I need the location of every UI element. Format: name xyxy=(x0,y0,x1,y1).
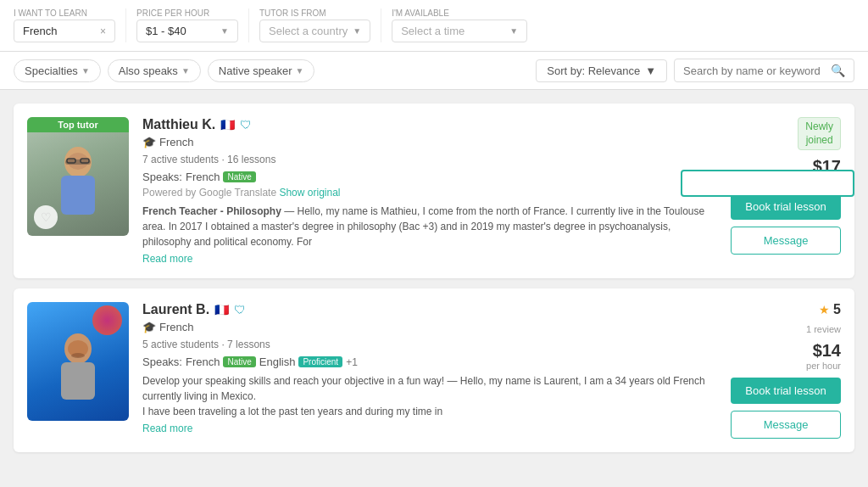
grad-icon: 🎓 xyxy=(142,321,156,333)
native-badge-1: Native xyxy=(223,356,255,367)
divider-3 xyxy=(381,8,381,42)
tutor-subject-label: French xyxy=(159,321,193,333)
bio-text: Develop your speaking skills and reach y… xyxy=(142,373,717,419)
tutor-photo: Top tutor ♡ xyxy=(27,117,129,236)
tutor-info: Matthieu K. 🇫🇷 🛡 🎓 French 7 active stude… xyxy=(142,117,717,265)
tutor-from-value: Select a country xyxy=(269,25,348,37)
native-speaker-arrow: ▼ xyxy=(296,66,304,76)
price-value: $14 xyxy=(813,341,841,361)
price-value: $1 - $40 xyxy=(146,25,186,37)
show-original-link[interactable]: Show original xyxy=(279,187,340,199)
also-speaks-arrow: ▼ xyxy=(181,66,190,76)
tutor-name: Laurent B. xyxy=(142,302,209,317)
also-speaks-label: Also speaks xyxy=(119,64,178,77)
learn-select[interactable]: French × xyxy=(14,20,115,42)
svg-point-9 xyxy=(71,353,85,358)
svg-rect-1 xyxy=(61,176,95,215)
translate-row: Powered by Google Translate Show origina… xyxy=(142,187,717,199)
price-arrow: ▼ xyxy=(220,26,229,36)
learn-filter: I WANT TO LEARN French × xyxy=(14,8,115,42)
learn-clear[interactable]: × xyxy=(100,25,106,37)
read-more-link[interactable]: Read more xyxy=(142,253,717,265)
native-badge: Native xyxy=(223,171,255,182)
search-box[interactable]: 🔍 xyxy=(674,59,854,82)
specialties-label: Specialties xyxy=(25,64,78,77)
newly-joined-badge: Newlyjoined xyxy=(798,117,841,150)
price-select[interactable]: $1 - $40 ▼ xyxy=(136,20,238,42)
tutor-info: Laurent B. 🇫🇷 🛡 🎓 French 5 active studen… xyxy=(142,302,717,439)
learn-value: French xyxy=(23,25,57,37)
grad-icon: 🎓 xyxy=(142,136,156,148)
search-icon: 🔍 xyxy=(831,64,845,77)
specialties-arrow: ▼ xyxy=(81,66,90,76)
tutor-stats: 5 active students · 7 lessons xyxy=(142,339,717,350)
specialties-button[interactable]: Specialties ▼ xyxy=(14,59,101,82)
tutor-stats: 7 active students · 16 lessons xyxy=(142,154,717,165)
tutor-name-row: Matthieu K. 🇫🇷 🛡 xyxy=(142,117,717,132)
translate-text: Powered by Google Translate xyxy=(142,187,276,199)
sort-button[interactable]: Sort by: Relevance ▼ xyxy=(536,59,667,82)
star-icon: ★ xyxy=(819,303,830,316)
speaks-label: Speaks: xyxy=(142,355,182,368)
bio-text: French Teacher - Philosophy — Hello, my … xyxy=(142,204,717,249)
top-tutor-badge: Top tutor xyxy=(27,117,129,132)
tutor-from-arrow: ▼ xyxy=(353,26,361,36)
available-label: I'M AVAILABLE xyxy=(392,8,527,18)
divider-1 xyxy=(125,8,126,42)
speaks-row: Speaks: French Native English Proficient… xyxy=(142,355,717,368)
price-label: PRICE PER HOUR xyxy=(136,8,238,18)
speaks-lang-2: English xyxy=(259,355,296,368)
native-speaker-label: Native speaker xyxy=(219,64,292,77)
speaks-lang-1: French xyxy=(186,355,220,368)
tutor-from-select[interactable]: Select a country ▼ xyxy=(259,20,370,42)
message-button[interactable]: Message xyxy=(731,227,841,255)
sort-arrow: ▼ xyxy=(645,64,656,77)
available-select[interactable]: Select a time ▼ xyxy=(392,20,527,42)
verified-icon: 🛡 xyxy=(240,118,252,132)
sort-label: Sort by: Relevance xyxy=(547,64,640,77)
tutor-list: Top tutor ♡ Matthieu K. xyxy=(14,104,854,452)
search-input[interactable] xyxy=(683,64,826,77)
per-hour-label: per hour xyxy=(806,361,841,371)
book-trial-button[interactable]: Book trial lesson xyxy=(731,193,841,220)
price-filter: PRICE PER HOUR $1 - $40 ▼ xyxy=(136,8,238,42)
proficient-badge: Proficient xyxy=(298,356,342,367)
price-block: $14 per hour xyxy=(806,341,841,371)
sub-filter-bar: Specialties ▼ Also speaks ▼ Native speak… xyxy=(0,52,868,90)
tutor-flag: 🇫🇷 xyxy=(220,118,235,132)
review-count: 1 review xyxy=(806,324,841,334)
speaks-label: Speaks: xyxy=(142,171,182,183)
tutor-name: Matthieu K. xyxy=(142,117,215,132)
tutor-subject: 🎓 French xyxy=(142,136,717,148)
native-speaker-button[interactable]: Native speaker ▼ xyxy=(208,59,315,82)
tutor-subject: 🎓 French xyxy=(142,321,717,333)
rating-value: 5 xyxy=(833,302,841,317)
tutor-flag: 🇫🇷 xyxy=(214,303,229,316)
tutor-subject-label: French xyxy=(159,136,193,148)
favorite-button[interactable]: ♡ xyxy=(34,205,58,229)
message-button[interactable]: Message xyxy=(731,411,841,439)
bio-title: French Teacher - Philosophy xyxy=(142,205,281,217)
search-dropdown[interactable] xyxy=(681,170,854,197)
also-speaks-button[interactable]: Also speaks ▼ xyxy=(108,59,201,82)
tutor-name-row: Laurent B. 🇫🇷 🛡 xyxy=(142,302,717,317)
top-filter-bar: I WANT TO LEARN French × PRICE PER HOUR … xyxy=(0,0,868,52)
more-badge: +1 xyxy=(346,356,358,368)
rating-row: ★ 5 xyxy=(819,302,841,317)
tutor-price-panel: ★ 5 1 review $14 per hour Book trial les… xyxy=(731,302,841,439)
divider-2 xyxy=(248,8,249,42)
available-arrow: ▼ xyxy=(509,26,518,36)
tutor2-avatar-svg xyxy=(48,323,108,400)
read-more-link[interactable]: Read more xyxy=(142,423,717,434)
main-content: Top tutor ♡ Matthieu K. xyxy=(0,90,868,466)
learn-label: I WANT TO LEARN xyxy=(14,8,115,18)
tutor-from-label: TUTOR IS FROM xyxy=(259,8,370,18)
speaks-row: Speaks: French Native xyxy=(142,171,717,183)
tutor-photo xyxy=(27,302,129,421)
svg-rect-7 xyxy=(61,362,95,400)
book-trial-button[interactable]: Book trial lesson xyxy=(731,378,841,404)
available-filter: I'M AVAILABLE Select a time ▼ xyxy=(392,8,527,42)
tutor-card: Laurent B. 🇫🇷 🛡 🎓 French 5 active studen… xyxy=(14,288,854,452)
svg-rect-3 xyxy=(65,160,91,165)
speaks-lang: French xyxy=(186,171,220,183)
